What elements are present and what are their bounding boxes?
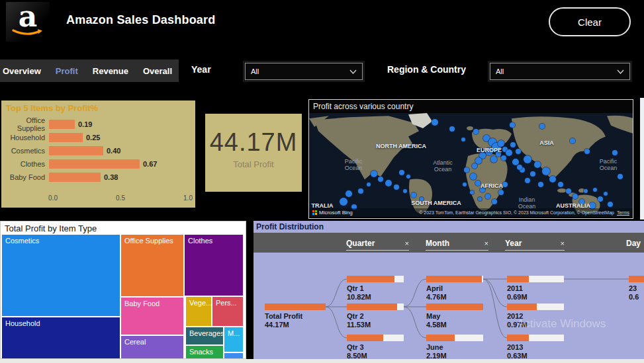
profit-bar[interactable]	[49, 159, 140, 169]
map-bubble[interactable]	[492, 199, 497, 204]
map-bubble[interactable]	[570, 138, 575, 143]
map-bubble[interactable]	[485, 147, 493, 155]
map-bubble[interactable]	[403, 189, 407, 193]
tab-overall[interactable]: Overall	[143, 66, 172, 76]
map-bubble[interactable]	[378, 177, 383, 182]
map-bubble[interactable]	[510, 122, 515, 128]
map-bubble[interactable]	[549, 176, 556, 182]
treemap-tile-office-supplies[interactable]: Office Supplies	[121, 235, 183, 296]
map-bubble[interactable]	[420, 197, 424, 201]
clear-button[interactable]: Clear	[549, 7, 631, 36]
map-bubble[interactable]	[542, 167, 550, 175]
treemap-tile-m-[interactable]: M...	[224, 327, 243, 352]
map-bubble[interactable]	[566, 188, 571, 194]
map-bubble[interactable]	[345, 190, 352, 197]
map-bubble[interactable]	[558, 182, 563, 187]
map-bubble[interactable]	[478, 197, 482, 201]
map-bubble[interactable]	[490, 156, 497, 163]
map-bubble[interactable]	[394, 184, 399, 190]
map-bubble[interactable]	[539, 124, 545, 129]
tree-node-23[interactable]: 230.6	[629, 276, 644, 302]
map-bubble[interactable]	[584, 149, 590, 154]
map-bubble[interactable]	[530, 171, 535, 177]
map-bubble[interactable]	[485, 194, 490, 199]
map-bubble[interactable]	[534, 161, 541, 168]
map-bubble[interactable]	[472, 163, 477, 169]
map-bubble[interactable]	[449, 126, 455, 132]
map-bubble[interactable]	[406, 175, 410, 179]
profit-bar[interactable]	[49, 120, 75, 129]
map-bubble[interactable]	[573, 194, 578, 199]
node-text: 20110.69M	[507, 284, 564, 302]
treemap-tile-vege-[interactable]: Vege...	[186, 297, 211, 326]
map-bubble[interactable]	[510, 142, 516, 147]
tree-node-qtr-3[interactable]: Qtr 38.50M	[347, 335, 404, 359]
treemap-tile-baby-food[interactable]: Baby Food	[121, 298, 183, 335]
map-bubble[interactable]	[502, 182, 508, 187]
tab-revenue[interactable]: Revenue	[93, 66, 128, 76]
treemap-tile-household[interactable]: Household	[2, 317, 120, 358]
tree-node-total-profit[interactable]: Total Profit44.17M	[265, 303, 326, 329]
tree-node-2013[interactable]: 20130.63M	[507, 335, 564, 359]
treemap-tile-clothes[interactable]: Clothes	[185, 235, 243, 296]
tree-node-2012[interactable]: 20120.97M	[507, 303, 564, 329]
map-bubble[interactable]	[463, 182, 467, 186]
year-dropdown[interactable]: All	[245, 63, 363, 80]
tree-node-april[interactable]: April4.76M	[426, 276, 483, 302]
map-bubble[interactable]	[604, 192, 608, 196]
map-bubble[interactable]	[399, 170, 404, 175]
tree-node-qtr-2[interactable]: Qtr 211.53M	[347, 303, 404, 329]
profit-bar[interactable]	[49, 173, 101, 182]
map-bubble[interactable]	[579, 199, 584, 204]
map-bubble[interactable]	[498, 190, 504, 195]
tab-overview[interactable]: Overview	[3, 66, 41, 76]
terms-link[interactable]: Terms	[617, 210, 629, 215]
map-bubble[interactable]	[385, 180, 392, 186]
map-bubble[interactable]	[432, 119, 438, 126]
map-bubble[interactable]	[498, 140, 504, 147]
map-bubble[interactable]	[411, 192, 416, 198]
map-bubble[interactable]	[598, 196, 603, 202]
map-bubble[interactable]	[516, 149, 521, 154]
treemap-tile-small[interactable]	[224, 353, 243, 358]
treemap-tile-cosmetics[interactable]: Cosmetics	[2, 235, 120, 316]
map-bubble[interactable]	[608, 202, 613, 207]
map-bubble[interactable]	[358, 188, 363, 194]
map-bubble[interactable]	[475, 181, 481, 186]
map-bubble[interactable]	[524, 155, 531, 163]
map-bubble[interactable]	[367, 182, 371, 186]
map-bubble[interactable]	[506, 149, 512, 156]
map-bubble[interactable]	[470, 190, 474, 194]
map-bubble[interactable]	[593, 188, 597, 192]
tab-profit[interactable]: Profit	[56, 66, 78, 76]
profit-bar[interactable]	[49, 133, 83, 142]
tree-node-may[interactable]: May4.58M	[426, 303, 483, 329]
map-bubble[interactable]	[480, 187, 485, 192]
treemap-tile-cereal[interactable]: Cereal	[121, 336, 183, 358]
world-map[interactable]: NORTH AMERICAEUROPEASIAAFRICASOUTH AMERI…	[309, 113, 633, 217]
tree-node-june[interactable]: June2.19M	[426, 335, 483, 359]
map-bubble[interactable]	[371, 171, 377, 177]
map-bubble[interactable]	[473, 129, 479, 134]
map-bubble[interactable]	[501, 155, 506, 161]
map-bubble[interactable]	[538, 182, 543, 187]
map-bubble[interactable]	[340, 198, 347, 206]
map-bubble[interactable]	[618, 174, 623, 179]
map-bubble[interactable]	[475, 157, 482, 164]
treemap-tile-pers-[interactable]: Pers...	[212, 297, 243, 326]
tree-node-qtr-1[interactable]: Qtr 110.82M	[347, 276, 404, 302]
map-bubble[interactable]	[470, 173, 477, 180]
map-bubble[interactable]	[461, 138, 465, 141]
map-bubble[interactable]	[612, 150, 618, 155]
map-bubble[interactable]	[517, 165, 522, 170]
treemap-tile-beverages[interactable]: Beverages	[186, 327, 223, 344]
map-bubble[interactable]	[584, 189, 588, 193]
map-bubble[interactable]	[496, 151, 501, 157]
treemap-tile-snacks[interactable]: Snacks	[186, 346, 223, 358]
node-label: 2012	[507, 312, 564, 321]
region-country-dropdown[interactable]: All	[490, 63, 630, 80]
map-bubble[interactable]	[464, 167, 469, 173]
profit-bar[interactable]	[49, 146, 103, 155]
tree-node-2011[interactable]: 20110.69M	[507, 276, 564, 302]
map-bubble[interactable]	[525, 178, 530, 183]
